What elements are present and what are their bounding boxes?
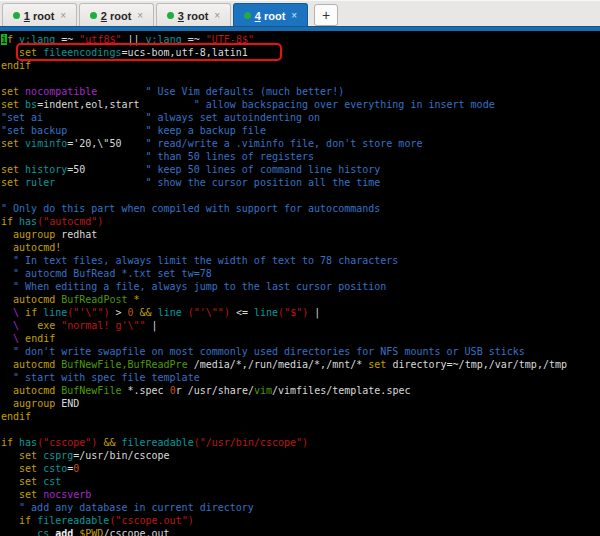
close-tab-icon[interactable]: ×: [214, 10, 220, 21]
tab-3-root[interactable]: 3 root ×: [156, 3, 231, 27]
terminal-line: augroup redhat: [1, 228, 600, 241]
terminal-line: set nocsverb: [1, 488, 600, 501]
terminal-line: autocmd BufReadPost *: [1, 293, 600, 306]
tab-list: 1 root × 2 root × 3 root × 4 root ×: [2, 3, 310, 27]
terminal-line: if filereadable("cscope.out"): [1, 514, 600, 527]
session-active-dot-icon: [167, 12, 174, 19]
terminal-line: if has("autocmd"): [1, 215, 600, 228]
close-tab-icon[interactable]: ×: [291, 10, 297, 21]
terminal-line: "set ai " always set autoindenting on: [1, 111, 600, 124]
terminal-line: set fileencodings=ucs-bom,utf-8,latin1: [1, 46, 600, 59]
terminal-line: set bs=indent,eol,start " allow backspac…: [1, 98, 600, 111]
vimrc-buffer[interactable]: if v:lang =~ "utf8$" || v:lang =~ "UTF-8…: [0, 31, 600, 536]
terminal-line: augroup END: [1, 397, 600, 410]
session-active-dot-icon: [244, 12, 251, 19]
terminal-line: endif: [1, 410, 600, 423]
session-active-dot-icon: [13, 12, 20, 19]
terminal-line: " When editing a file, always jump to th…: [1, 280, 600, 293]
terminal-tab-bar: 1 root × 2 root × 3 root × 4 root × +: [0, 0, 600, 31]
terminal-line: set ruler " show the cursor position all…: [1, 176, 600, 189]
terminal-line: \ endif: [1, 332, 600, 345]
terminal-line: if v:lang =~ "utf8$" || v:lang =~ "UTF-8…: [1, 33, 600, 46]
terminal-line: set csprg=/usr/bin/cscope: [1, 449, 600, 462]
tab-label: 1 root: [24, 10, 55, 22]
terminal-line: set history=50 " keep 50 lines of comman…: [1, 163, 600, 176]
close-tab-icon[interactable]: ×: [60, 10, 66, 21]
close-tab-icon[interactable]: ×: [137, 10, 143, 21]
terminal-line: set nocompatible " Use Vim defaults (muc…: [1, 85, 600, 98]
tab-label: 3 root: [178, 10, 209, 22]
terminal-line: [1, 423, 600, 436]
new-tab-button[interactable]: +: [314, 4, 338, 26]
terminal-line: " than 50 lines of registers: [1, 150, 600, 163]
terminal-line: " In text files, always limit the width …: [1, 254, 600, 267]
terminal-line: autocmd BufNewFile,BufReadPre /media/*,/…: [1, 358, 600, 371]
terminal-line: set viminfo='20,\"50 " read/write a .vim…: [1, 137, 600, 150]
tab-2-root[interactable]: 2 root ×: [79, 3, 154, 27]
terminal-line: endif: [1, 59, 600, 72]
terminal-line: " start with spec file template: [1, 371, 600, 384]
terminal-line: " autocmd BufRead *.txt set tw=78: [1, 267, 600, 280]
tab-1-root[interactable]: 1 root ×: [2, 3, 77, 27]
tab-label: 2 root: [101, 10, 132, 22]
terminal-line: \ exe "normal! g'\"" |: [1, 319, 600, 332]
terminal-line: cs add $PWD/cscope.out: [1, 527, 600, 536]
terminal-line: [1, 72, 600, 85]
terminal-line: " Only do this part when compiled with s…: [1, 202, 600, 215]
terminal-line: " don't write swapfile on most commonly …: [1, 345, 600, 358]
tab-label: 4 root: [255, 10, 286, 22]
terminal-line: autocmd BufNewFile *.spec 0r /usr/share/…: [1, 384, 600, 397]
terminal-line: "set backup " keep a backup file: [1, 124, 600, 137]
terminal-line: set cst: [1, 475, 600, 488]
terminal-line: autocmd!: [1, 241, 600, 254]
terminal-line: set csto=0: [1, 462, 600, 475]
tab-4-root-active[interactable]: 4 root ×: [233, 3, 308, 27]
terminal-line: if has("cscope") && filereadable("/usr/b…: [1, 436, 600, 449]
terminal-line: \ if line("'\"") > 0 && line ("'\"") <= …: [1, 306, 600, 319]
session-active-dot-icon: [90, 12, 97, 19]
terminal-line: " add any database in current directory: [1, 501, 600, 514]
terminal-line: [1, 189, 600, 202]
terminal-screen[interactable]: if v:lang =~ "utf8$" || v:lang =~ "UTF-8…: [0, 31, 600, 536]
